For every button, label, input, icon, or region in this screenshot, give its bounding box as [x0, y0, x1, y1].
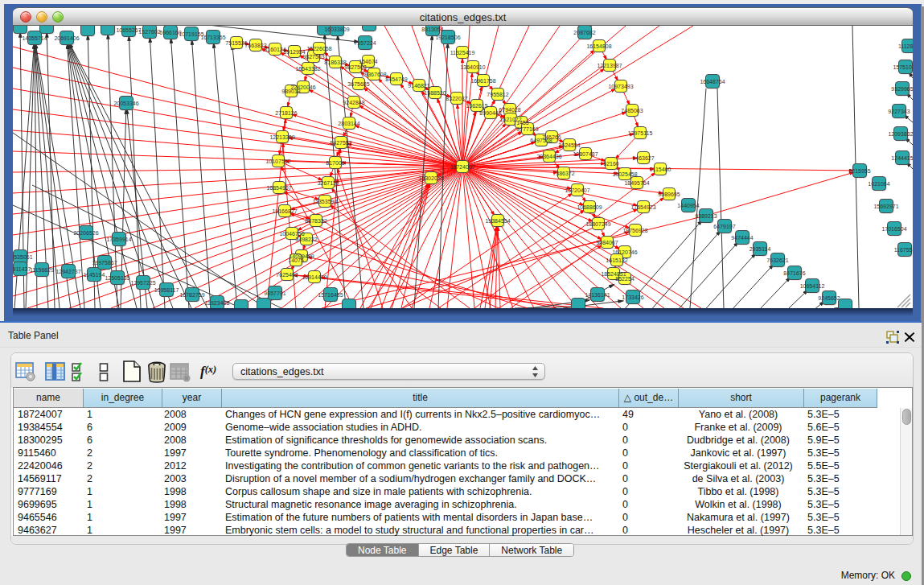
svg-text:6794028: 6794028 [499, 107, 520, 113]
svg-text:1588520: 1588520 [424, 90, 446, 96]
svg-text:852254: 852254 [615, 276, 634, 282]
svg-text:20691406: 20691406 [54, 35, 79, 41]
svg-text:8454749: 8454749 [385, 76, 407, 82]
svg-text:17016504: 17016504 [881, 226, 906, 232]
svg-text:1167553: 1167553 [894, 247, 913, 253]
svg-text:16782759: 16782759 [179, 292, 204, 298]
svg-text:17359914: 17359914 [106, 237, 131, 242]
svg-text:15720407: 15720407 [565, 187, 589, 193]
svg-text:9146821: 9146821 [408, 83, 429, 89]
svg-text:15302035: 15302035 [418, 175, 443, 181]
svg-text:8427552: 8427552 [330, 140, 351, 146]
svg-text:20535061: 20535061 [13, 254, 33, 260]
svg-text:17957225: 17957225 [130, 280, 155, 286]
svg-text:71455: 71455 [513, 120, 529, 126]
svg-text:19756928: 19756928 [622, 228, 647, 233]
svg-text:3624554: 3624554 [558, 142, 580, 148]
svg-text:17654923: 17654923 [630, 204, 655, 210]
svg-text:9329965: 9329965 [891, 86, 913, 92]
svg-text:15692971: 15692971 [873, 204, 898, 209]
svg-text:3498222: 3498222 [295, 237, 317, 242]
svg-text:1145194: 1145194 [84, 272, 105, 278]
svg-text:14136141: 14136141 [585, 292, 610, 298]
svg-text:746266: 746266 [542, 134, 561, 140]
svg-text:6479197: 6479197 [713, 224, 735, 229]
svg-text:12505135: 12505135 [105, 275, 129, 281]
svg-text:18724007: 18724007 [450, 164, 474, 170]
svg-text:12213987: 12213987 [597, 63, 622, 68]
svg-text:16961758: 16961758 [470, 78, 495, 84]
svg-text:2087682: 2087682 [573, 30, 595, 35]
svg-text:20053346: 20053346 [113, 101, 138, 106]
svg-text:7357224: 7357224 [354, 40, 376, 46]
svg-text:10958117: 10958117 [154, 287, 179, 293]
svg-text:10973493: 10973493 [608, 84, 633, 89]
svg-text:11325419: 11325419 [450, 50, 475, 56]
svg-text:8813054: 8813054 [421, 27, 443, 32]
svg-text:15716485: 15716485 [318, 292, 343, 298]
svg-text:12213389: 12213389 [269, 134, 294, 140]
svg-text:2718126: 2718126 [275, 110, 297, 116]
svg-text:19384554: 19384554 [485, 218, 510, 224]
svg-text:16120746: 16120746 [612, 249, 637, 255]
svg-text:9089695: 9089695 [658, 192, 680, 197]
svg-text:7955812: 7955812 [487, 92, 508, 97]
svg-text:13640910: 13640910 [460, 64, 485, 70]
svg-text:989013: 989013 [281, 89, 300, 94]
svg-text:8878332: 8878332 [305, 218, 326, 224]
svg-text:12942737: 12942737 [55, 269, 80, 274]
svg-text:16713355: 16713355 [200, 35, 225, 40]
svg-text:9115460: 9115460 [650, 167, 671, 172]
svg-text:20364436: 20364436 [536, 154, 561, 159]
svg-text:19975867: 19975867 [92, 260, 117, 266]
svg-text:16854907: 16854907 [266, 185, 291, 191]
svg-text:8215955: 8215955 [848, 168, 870, 174]
svg-text:3911437: 3911437 [13, 266, 31, 272]
svg-text:18495764: 18495764 [624, 180, 649, 186]
svg-text:9245652: 9245652 [818, 295, 840, 301]
svg-text:8186328: 8186328 [324, 60, 346, 65]
svg-text:15226058: 15226058 [306, 46, 331, 51]
svg-text:1244415: 1244415 [891, 155, 913, 161]
svg-text:10688609: 10688609 [577, 204, 602, 210]
svg-text:3267110: 3267110 [318, 180, 339, 186]
svg-text:9777169: 9777169 [516, 126, 538, 132]
svg-text:1615132: 1615132 [606, 257, 627, 263]
svg-text:10107552: 10107552 [265, 159, 290, 164]
svg-text:14055714: 14055714 [22, 35, 47, 41]
svg-text:19218506: 19218506 [435, 35, 460, 40]
svg-text:11353594: 11353594 [313, 199, 338, 204]
svg-text:7386372: 7386372 [552, 171, 574, 176]
svg-text:8322037: 8322037 [446, 96, 467, 101]
svg-text:10655267: 10655267 [116, 27, 141, 33]
svg-text:1733426: 1733426 [622, 295, 643, 300]
svg-text:10025458: 10025458 [612, 171, 637, 177]
svg-text:9827508: 9827508 [344, 64, 366, 70]
svg-text:817006: 817006 [326, 160, 344, 166]
svg-text:7632621: 7632621 [766, 257, 788, 263]
svg-text:10046756: 10046756 [279, 231, 304, 237]
svg-text:1440954: 1440954 [677, 203, 699, 208]
svg-text:1021064: 1021064 [868, 181, 889, 187]
svg-text:9084067: 9084067 [596, 240, 618, 245]
svg-text:2803144: 2803144 [338, 121, 359, 126]
svg-text:14075: 14075 [288, 257, 304, 263]
svg-text:9857791: 9857791 [264, 290, 285, 296]
svg-text:15751074: 15751074 [893, 64, 913, 70]
svg-text:9474444: 9474444 [731, 235, 753, 241]
svg-text:10654112: 10654112 [800, 283, 825, 289]
svg-text:1527602: 1527602 [138, 29, 160, 35]
svg-text:19166827: 19166827 [272, 208, 297, 214]
svg-text:154674: 154674 [359, 59, 377, 64]
svg-text:18807249: 18807249 [585, 221, 610, 227]
svg-text:16543382: 16543382 [295, 66, 320, 72]
svg-text:1112849: 1112849 [898, 43, 913, 49]
svg-text:16914479: 16914479 [302, 274, 326, 280]
svg-text:11156829: 11156829 [30, 267, 54, 273]
svg-text:16154808: 16154808 [586, 43, 611, 49]
svg-text:9242848: 9242848 [343, 100, 364, 105]
svg-text:9463627: 9463627 [632, 155, 654, 161]
svg-text:1362615: 1362615 [466, 103, 487, 109]
svg-text:9227343: 9227343 [888, 109, 910, 114]
svg-text:11923468: 11923468 [205, 300, 230, 306]
